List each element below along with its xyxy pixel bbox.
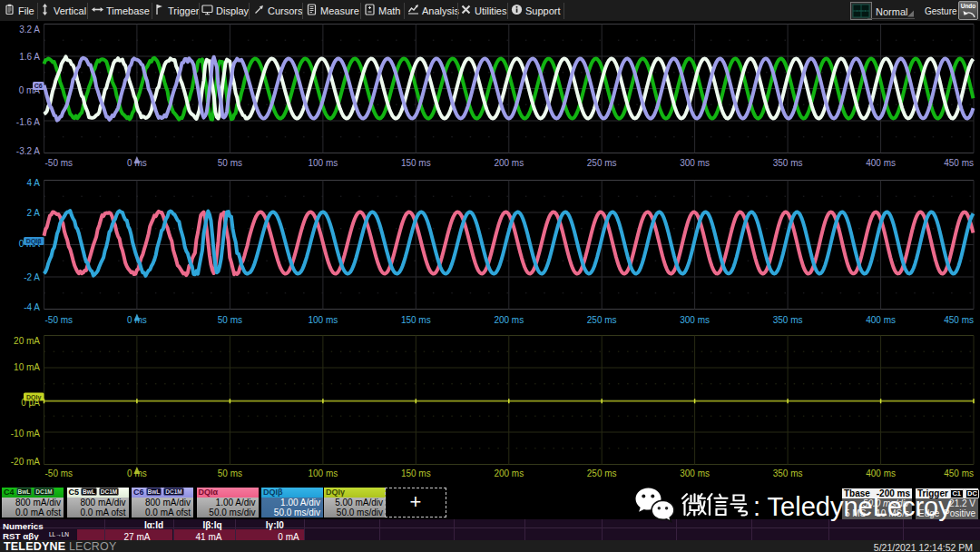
svg-text:: TeledyneLecroy: : TeledyneLecroy	[753, 492, 952, 521]
